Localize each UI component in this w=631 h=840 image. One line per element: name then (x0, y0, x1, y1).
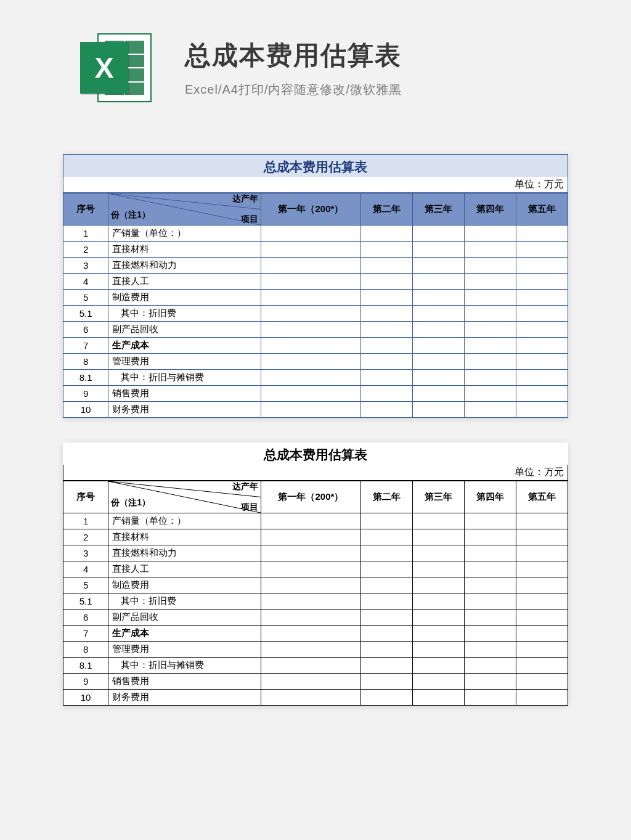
cell-year (360, 258, 412, 274)
cost-table-colored: 序号 达产年 份（注1） 项目 第一年（200*） 第二年 第三年 第四年 第五… (63, 193, 568, 418)
cell-seq: 10 (63, 402, 108, 418)
cell-year (261, 242, 361, 258)
sheet-title-plain: 总成本费用估算表 (63, 442, 568, 465)
cell-year (261, 658, 361, 674)
col-year3-header: 第三年 (412, 481, 464, 513)
cell-year (464, 354, 516, 370)
cell-year (360, 354, 412, 370)
cell-year (261, 370, 361, 386)
diag-label-top: 达产年 (232, 194, 258, 205)
cell-year (464, 690, 516, 706)
col-item-header-diagonal: 达产年 份（注1） 项目 (108, 481, 261, 513)
cell-item: 副产品回收 (108, 610, 261, 626)
cell-year (261, 513, 361, 529)
cell-seq: 10 (63, 690, 108, 706)
table-row: 5.1其中：折旧费 (63, 593, 568, 610)
table-row: 3直接燃料和动力 (63, 545, 568, 561)
cell-year (464, 242, 516, 258)
sheet-unit-label: 单位：万元 (63, 177, 568, 193)
cell-year (261, 402, 361, 418)
cell-year (464, 561, 516, 577)
cell-year (412, 642, 464, 658)
cell-year (516, 338, 568, 354)
cell-item: 其中：折旧费 (108, 593, 261, 610)
cell-seq: 3 (63, 258, 108, 274)
cell-year (412, 529, 464, 545)
cell-year (360, 402, 412, 418)
col-seq-header: 序号 (63, 481, 108, 513)
cell-year (360, 322, 412, 338)
cell-year (412, 610, 464, 626)
diag-label-mid: 份（注1） (111, 497, 150, 508)
excel-icon-letter: X (80, 42, 128, 94)
cell-seq: 8.1 (63, 658, 108, 674)
cell-year (360, 242, 412, 258)
cell-year (516, 242, 568, 258)
cell-item: 产销量（单位：） (108, 226, 261, 242)
cell-seq: 1 (63, 513, 108, 529)
cell-year (516, 529, 568, 545)
cell-year (360, 674, 412, 690)
cell-item: 财务费用 (108, 690, 261, 706)
cell-year (360, 306, 412, 322)
table-body-plain: 1产销量（单位：）2直接材料3直接燃料和动力4直接人工5制造费用5.1其中：折旧… (63, 513, 568, 706)
cell-year (464, 386, 516, 402)
table-row: 5.1其中：折旧费 (63, 306, 568, 322)
sheet-preview-plain: 总成本费用估算表 单位：万元 序号 达产年 份（注1） 项目 第一年（200*）… (63, 442, 568, 706)
cell-year (360, 577, 412, 593)
cell-year (261, 338, 361, 354)
cell-year (412, 274, 464, 290)
cell-year (464, 322, 516, 338)
cell-year (412, 386, 464, 402)
cell-item: 制造费用 (108, 290, 261, 306)
table-header-row: 序号 达产年 份（注1） 项目 第一年（200*） 第二年 第三年 第四年 第五… (63, 194, 568, 226)
cell-year (360, 386, 412, 402)
table-row: 9销售费用 (63, 386, 568, 402)
cell-year (464, 610, 516, 626)
cell-year (412, 258, 464, 274)
document-header: X 总成本费用估算表 Excel/A4打印/内容随意修改/微软雅黑 (0, 0, 631, 129)
cell-year (412, 658, 464, 674)
cell-item: 副产品回收 (108, 322, 261, 338)
diag-label-top: 达产年 (232, 481, 258, 492)
cell-item: 财务费用 (108, 402, 261, 418)
cell-year (261, 593, 361, 610)
cell-year (516, 690, 568, 706)
cell-year (464, 226, 516, 242)
cell-year (516, 545, 568, 561)
table-body-colored: 1产销量（单位：）2直接材料3直接燃料和动力4直接人工5制造费用5.1其中：折旧… (63, 226, 568, 418)
cell-year (516, 226, 568, 242)
cell-year (464, 545, 516, 561)
cell-item: 直接材料 (108, 529, 261, 545)
cell-year (464, 338, 516, 354)
cell-year (464, 274, 516, 290)
cell-item: 直接人工 (108, 561, 261, 577)
cell-year (464, 529, 516, 545)
col-year2-header: 第二年 (360, 194, 412, 226)
table-row: 8.1其中：折旧与摊销费 (63, 658, 568, 674)
cell-year (516, 274, 568, 290)
cell-year (412, 370, 464, 386)
cell-year (261, 577, 361, 593)
col-seq-header: 序号 (63, 194, 108, 226)
table-row: 7生产成本 (63, 338, 568, 354)
cell-year (464, 593, 516, 610)
cell-year (516, 402, 568, 418)
col-year4-header: 第四年 (464, 194, 516, 226)
cell-year (516, 642, 568, 658)
cell-year (464, 674, 516, 690)
cell-item: 管理费用 (108, 642, 261, 658)
table-row: 6副产品回收 (63, 322, 568, 338)
cell-year (516, 258, 568, 274)
cell-year (516, 322, 568, 338)
diag-label-bottom: 项目 (241, 502, 258, 513)
cell-year (261, 529, 361, 545)
cell-year (412, 402, 464, 418)
table-row: 8管理费用 (63, 642, 568, 658)
table-row: 8.1其中：折旧与摊销费 (63, 370, 568, 386)
cell-year (261, 322, 361, 338)
cell-year (412, 690, 464, 706)
table-row: 3直接燃料和动力 (63, 258, 568, 274)
cell-year (360, 545, 412, 561)
cell-seq: 6 (63, 610, 108, 626)
